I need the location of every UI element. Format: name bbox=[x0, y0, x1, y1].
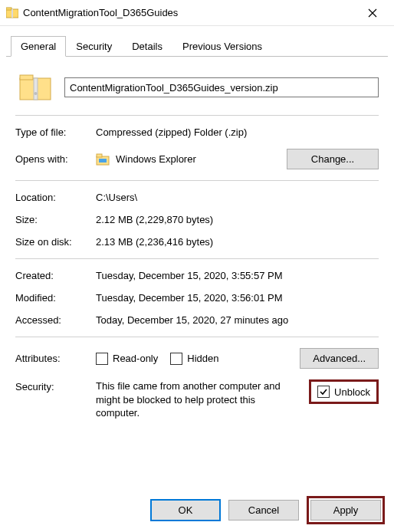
tab-label: General bbox=[21, 41, 56, 52]
cancel-button[interactable]: Cancel bbox=[228, 500, 299, 521]
zip-folder-icon bbox=[18, 71, 52, 104]
svg-rect-4 bbox=[20, 75, 33, 80]
readonly-checkbox-wrap[interactable]: Read-only bbox=[96, 353, 158, 365]
general-tab-content: Type of file: Compressed (zipped) Folder… bbox=[0, 57, 394, 435]
tab-label: Previous Versions bbox=[182, 41, 262, 52]
windows-explorer-icon bbox=[96, 153, 110, 166]
label-location: Location: bbox=[15, 192, 96, 203]
tab-general[interactable]: General bbox=[11, 36, 66, 57]
value-created: Tuesday, December 15, 2020, 3:55:57 PM bbox=[96, 270, 379, 281]
readonly-label: Read-only bbox=[113, 353, 158, 364]
tab-strip: General Security Details Previous Versio… bbox=[6, 31, 388, 57]
svg-point-6 bbox=[34, 92, 38, 95]
unblock-emphasis: Unblock bbox=[309, 379, 379, 404]
label-opens-with: Opens with: bbox=[15, 153, 96, 165]
label-attributes: Attributes: bbox=[15, 353, 96, 364]
readonly-checkbox[interactable] bbox=[96, 353, 108, 365]
button-label: Change... bbox=[311, 153, 354, 165]
label-modified: Modified: bbox=[15, 292, 96, 304]
change-button[interactable]: Change... bbox=[287, 149, 379, 169]
hidden-checkbox-wrap[interactable]: Hidden bbox=[170, 353, 218, 365]
label-created: Created: bbox=[15, 270, 96, 281]
value-location: C:\Users\ bbox=[96, 192, 379, 203]
label-size-on-disk: Size on disk: bbox=[15, 236, 96, 248]
button-label: Advanced... bbox=[313, 353, 366, 364]
button-label: OK bbox=[179, 504, 193, 516]
separator bbox=[15, 337, 379, 337]
tab-security[interactable]: Security bbox=[66, 36, 122, 57]
svg-rect-1 bbox=[6, 8, 11, 10]
hidden-label: Hidden bbox=[187, 353, 218, 364]
zip-folder-icon bbox=[6, 7, 18, 19]
label-security: Security: bbox=[15, 379, 96, 392]
apply-button[interactable]: Apply bbox=[310, 500, 381, 521]
value-size-on-disk: 2.13 MB (2,236,416 bytes) bbox=[96, 236, 379, 248]
svg-rect-9 bbox=[99, 159, 107, 163]
tab-details[interactable]: Details bbox=[122, 36, 172, 57]
value-accessed: Today, December 15, 2020, 27 minutes ago bbox=[96, 314, 379, 326]
close-button[interactable] bbox=[357, 2, 388, 24]
svg-rect-5 bbox=[34, 78, 38, 100]
button-label: Apply bbox=[333, 504, 359, 516]
dialog-footer: OK Cancel Apply bbox=[0, 496, 394, 524]
separator bbox=[15, 258, 379, 259]
value-size: 2.12 MB (2,229,870 bytes) bbox=[96, 214, 379, 225]
value-opens-with: Windows Explorer bbox=[116, 153, 196, 165]
label-accessed: Accessed: bbox=[15, 314, 96, 326]
unblock-checkbox[interactable] bbox=[317, 386, 330, 398]
label-size: Size: bbox=[15, 214, 96, 225]
value-modified: Tuesday, December 15, 2020, 3:56:01 PM bbox=[96, 292, 379, 304]
separator bbox=[15, 180, 379, 181]
value-type-of-file: Compressed (zipped) Folder (.zip) bbox=[96, 126, 379, 138]
security-text: This file came from another computer and… bbox=[96, 379, 309, 420]
svg-rect-8 bbox=[97, 154, 102, 157]
unblock-label: Unblock bbox=[334, 386, 370, 398]
button-label: Cancel bbox=[248, 504, 279, 516]
window-title: ContentMigrationTool_D365Guides bbox=[23, 7, 357, 18]
svg-rect-2 bbox=[11, 9, 13, 18]
tab-label: Security bbox=[76, 41, 112, 52]
filename-input[interactable] bbox=[64, 77, 379, 97]
titlebar: ContentMigrationTool_D365Guides bbox=[0, 0, 394, 26]
hidden-checkbox[interactable] bbox=[170, 353, 182, 365]
tab-label: Details bbox=[132, 41, 163, 52]
apply-emphasis: Apply bbox=[307, 496, 385, 524]
separator bbox=[15, 115, 379, 116]
advanced-button[interactable]: Advanced... bbox=[300, 348, 379, 369]
tab-previous-versions[interactable]: Previous Versions bbox=[172, 36, 272, 57]
ok-button[interactable]: OK bbox=[150, 499, 221, 521]
label-type-of-file: Type of file: bbox=[15, 126, 96, 138]
